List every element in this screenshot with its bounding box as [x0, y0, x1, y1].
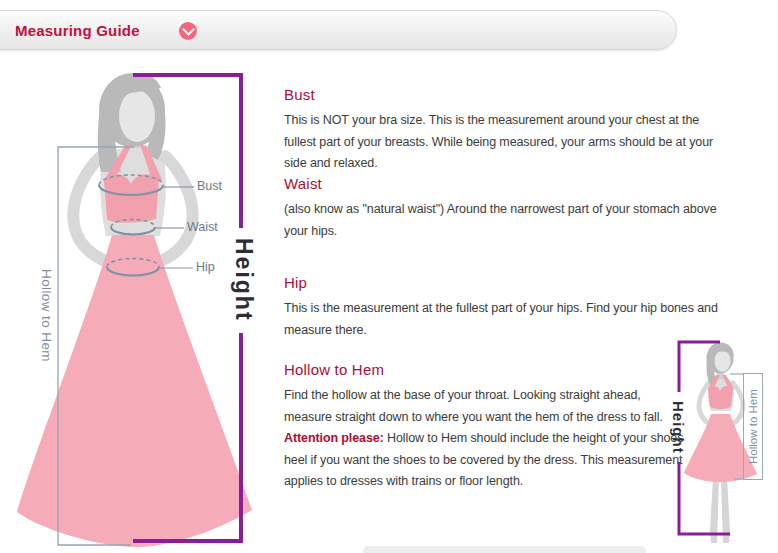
- hollow-to-hem-label: Hollow to Hem: [35, 257, 57, 373]
- small-hollow-to-hem-box: Hollow to Hem: [743, 373, 763, 480]
- bust-label: Bust: [197, 179, 222, 193]
- section-waist: Waist (also know as "natural waist") Aro…: [284, 175, 734, 242]
- section-waist-heading: Waist: [284, 175, 734, 192]
- section-bust-heading: Bust: [284, 86, 734, 103]
- section-bust-body: This is NOT your bra size. This is the m…: [284, 110, 734, 175]
- section-hollow-heading: Hollow to Hem: [284, 361, 684, 378]
- figure-face: [119, 90, 155, 142]
- hollow-body-intro: Find the hollow at the base of your thro…: [284, 388, 663, 424]
- header-title: Measuring Guide: [15, 22, 140, 39]
- chevron-down-icon[interactable]: [179, 22, 197, 40]
- next-section-bar-partial: [363, 546, 646, 553]
- measuring-guide-panel: Measuring Guide: [0, 0, 778, 553]
- height-label: Height: [226, 226, 260, 334]
- section-bust: Bust This is NOT your bra size. This is …: [284, 86, 734, 175]
- section-hollow-to-hem: Hollow to Hem Find the hollow at the bas…: [284, 361, 684, 493]
- small-height-label: Height: [664, 389, 693, 465]
- waist-label: Waist: [187, 220, 218, 234]
- chevron-glyph: [182, 23, 195, 36]
- section-hollow-body: Find the hollow at the base of your thro…: [284, 385, 684, 493]
- section-hip-heading: Hip: [284, 274, 734, 291]
- attention-label: Attention please:: [284, 431, 384, 445]
- small-hollow-to-hem-label: Hollow to Hem: [744, 374, 762, 479]
- section-waist-body: (also know as "natural waist") Around th…: [284, 199, 734, 242]
- hip-label: Hip: [196, 260, 215, 274]
- small-figure-face: [715, 350, 731, 372]
- measuring-guide-header[interactable]: Measuring Guide: [0, 10, 677, 50]
